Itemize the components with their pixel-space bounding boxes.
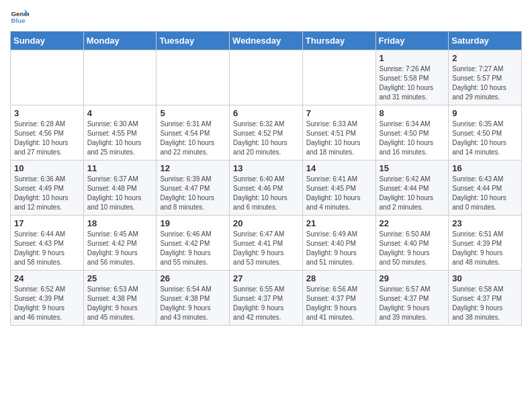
day-cell: 22Sunrise: 6:50 AM Sunset: 4:40 PM Dayli… <box>375 216 449 271</box>
day-info: Sunrise: 6:51 AM Sunset: 4:39 PM Dayligh… <box>452 230 518 267</box>
day-info: Sunrise: 6:36 AM Sunset: 4:49 PM Dayligh… <box>14 175 80 212</box>
day-cell <box>157 50 230 105</box>
day-number: 4 <box>87 108 153 118</box>
day-info: Sunrise: 6:47 AM Sunset: 4:41 PM Dayligh… <box>233 230 299 267</box>
day-number: 18 <box>87 218 153 228</box>
day-number: 5 <box>160 108 226 118</box>
day-info: Sunrise: 6:30 AM Sunset: 4:55 PM Dayligh… <box>87 120 153 157</box>
day-info: Sunrise: 7:27 AM Sunset: 5:57 PM Dayligh… <box>452 64 518 102</box>
day-number: 12 <box>160 163 226 173</box>
logo-icon: General Blue <box>10 7 29 26</box>
day-info: Sunrise: 6:57 AM Sunset: 4:37 PM Dayligh… <box>380 285 445 322</box>
day-cell: 19Sunrise: 6:46 AM Sunset: 4:42 PM Dayli… <box>157 216 230 271</box>
day-info: Sunrise: 6:49 AM Sunset: 4:40 PM Dayligh… <box>306 230 372 267</box>
week-row-1: 1Sunrise: 7:26 AM Sunset: 5:58 PM Daylig… <box>11 50 522 105</box>
day-cell: 26Sunrise: 6:54 AM Sunset: 4:38 PM Dayli… <box>157 271 230 326</box>
header-sunday: Sunday <box>11 32 84 50</box>
header-monday: Monday <box>83 32 157 50</box>
day-info: Sunrise: 6:55 AM Sunset: 4:37 PM Dayligh… <box>233 285 299 322</box>
day-cell: 14Sunrise: 6:41 AM Sunset: 4:45 PM Dayli… <box>302 161 375 216</box>
day-info: Sunrise: 7:26 AM Sunset: 5:58 PM Dayligh… <box>380 64 445 102</box>
day-cell <box>83 50 157 105</box>
day-cell: 10Sunrise: 6:36 AM Sunset: 4:49 PM Dayli… <box>11 161 84 216</box>
day-cell: 13Sunrise: 6:40 AM Sunset: 4:46 PM Dayli… <box>230 161 303 216</box>
day-cell: 17Sunrise: 6:44 AM Sunset: 4:43 PM Dayli… <box>11 216 84 271</box>
day-number: 16 <box>452 163 518 173</box>
day-cell: 11Sunrise: 6:37 AM Sunset: 4:48 PM Dayli… <box>83 161 157 216</box>
day-info: Sunrise: 6:41 AM Sunset: 4:45 PM Dayligh… <box>306 175 372 212</box>
day-number: 21 <box>306 218 372 228</box>
day-info: Sunrise: 6:50 AM Sunset: 4:40 PM Dayligh… <box>380 230 445 267</box>
day-cell: 15Sunrise: 6:42 AM Sunset: 4:44 PM Dayli… <box>375 161 449 216</box>
day-cell: 28Sunrise: 6:56 AM Sunset: 4:37 PM Dayli… <box>302 271 375 326</box>
day-cell: 8Sunrise: 6:34 AM Sunset: 4:50 PM Daylig… <box>375 105 449 161</box>
day-cell: 5Sunrise: 6:31 AM Sunset: 4:54 PM Daylig… <box>157 105 230 161</box>
day-info: Sunrise: 6:53 AM Sunset: 4:38 PM Dayligh… <box>87 285 153 322</box>
day-info: Sunrise: 6:28 AM Sunset: 4:56 PM Dayligh… <box>14 120 80 157</box>
day-number: 15 <box>380 163 445 173</box>
svg-text:Blue: Blue <box>11 17 26 24</box>
day-number: 3 <box>14 108 80 118</box>
day-cell: 1Sunrise: 7:26 AM Sunset: 5:58 PM Daylig… <box>375 50 449 105</box>
day-number: 25 <box>87 273 153 283</box>
header: General Blue <box>10 7 522 26</box>
header-friday: Friday <box>375 32 449 50</box>
day-info: Sunrise: 6:52 AM Sunset: 4:39 PM Dayligh… <box>14 285 80 322</box>
day-cell: 9Sunrise: 6:35 AM Sunset: 4:50 PM Daylig… <box>449 105 522 161</box>
day-number: 7 <box>306 108 372 118</box>
day-cell <box>230 50 303 105</box>
day-number: 9 <box>452 108 518 118</box>
header-wednesday: Wednesday <box>230 32 303 50</box>
day-cell: 12Sunrise: 6:39 AM Sunset: 4:47 PM Dayli… <box>157 161 230 216</box>
calendar-table: SundayMondayTuesdayWednesdayThursdayFrid… <box>10 31 522 326</box>
week-row-3: 10Sunrise: 6:36 AM Sunset: 4:49 PM Dayli… <box>11 161 522 216</box>
day-cell: 25Sunrise: 6:53 AM Sunset: 4:38 PM Dayli… <box>83 271 157 326</box>
day-info: Sunrise: 6:32 AM Sunset: 4:52 PM Dayligh… <box>233 120 299 157</box>
day-cell: 21Sunrise: 6:49 AM Sunset: 4:40 PM Dayli… <box>302 216 375 271</box>
day-number: 29 <box>380 273 445 283</box>
week-row-5: 24Sunrise: 6:52 AM Sunset: 4:39 PM Dayli… <box>11 271 522 326</box>
day-info: Sunrise: 6:46 AM Sunset: 4:42 PM Dayligh… <box>160 230 226 267</box>
day-number: 11 <box>87 163 153 173</box>
day-cell: 29Sunrise: 6:57 AM Sunset: 4:37 PM Dayli… <box>375 271 449 326</box>
day-number: 14 <box>306 163 372 173</box>
day-info: Sunrise: 6:58 AM Sunset: 4:37 PM Dayligh… <box>452 285 518 322</box>
day-number: 20 <box>233 218 299 228</box>
day-info: Sunrise: 6:45 AM Sunset: 4:42 PM Dayligh… <box>87 230 153 267</box>
day-number: 2 <box>452 53 518 63</box>
day-cell <box>302 50 375 105</box>
day-info: Sunrise: 6:40 AM Sunset: 4:46 PM Dayligh… <box>233 175 299 212</box>
week-row-2: 3Sunrise: 6:28 AM Sunset: 4:56 PM Daylig… <box>11 105 522 161</box>
day-cell: 6Sunrise: 6:32 AM Sunset: 4:52 PM Daylig… <box>230 105 303 161</box>
day-cell: 27Sunrise: 6:55 AM Sunset: 4:37 PM Dayli… <box>230 271 303 326</box>
day-info: Sunrise: 6:35 AM Sunset: 4:50 PM Dayligh… <box>452 120 518 157</box>
day-number: 24 <box>14 273 80 283</box>
header-tuesday: Tuesday <box>157 32 230 50</box>
day-info: Sunrise: 6:43 AM Sunset: 4:44 PM Dayligh… <box>452 175 518 212</box>
day-cell: 20Sunrise: 6:47 AM Sunset: 4:41 PM Dayli… <box>230 216 303 271</box>
day-cell: 18Sunrise: 6:45 AM Sunset: 4:42 PM Dayli… <box>83 216 157 271</box>
calendar-header-row: SundayMondayTuesdayWednesdayThursdayFrid… <box>11 32 522 50</box>
day-cell: 16Sunrise: 6:43 AM Sunset: 4:44 PM Dayli… <box>449 161 522 216</box>
day-number: 26 <box>160 273 226 283</box>
day-info: Sunrise: 6:54 AM Sunset: 4:38 PM Dayligh… <box>160 285 226 322</box>
day-info: Sunrise: 6:39 AM Sunset: 4:47 PM Dayligh… <box>160 175 226 212</box>
day-info: Sunrise: 6:34 AM Sunset: 4:50 PM Dayligh… <box>380 120 445 157</box>
day-cell: 24Sunrise: 6:52 AM Sunset: 4:39 PM Dayli… <box>11 271 84 326</box>
week-row-4: 17Sunrise: 6:44 AM Sunset: 4:43 PM Dayli… <box>11 216 522 271</box>
day-info: Sunrise: 6:44 AM Sunset: 4:43 PM Dayligh… <box>14 230 80 267</box>
day-number: 10 <box>14 163 80 173</box>
day-number: 8 <box>380 108 445 118</box>
day-number: 28 <box>306 273 372 283</box>
day-info: Sunrise: 6:31 AM Sunset: 4:54 PM Dayligh… <box>160 120 226 157</box>
day-number: 27 <box>233 273 299 283</box>
day-cell: 30Sunrise: 6:58 AM Sunset: 4:37 PM Dayli… <box>449 271 522 326</box>
day-cell: 4Sunrise: 6:30 AM Sunset: 4:55 PM Daylig… <box>83 105 157 161</box>
day-info: Sunrise: 6:37 AM Sunset: 4:48 PM Dayligh… <box>87 175 153 212</box>
day-cell <box>11 50 84 105</box>
day-cell: 7Sunrise: 6:33 AM Sunset: 4:51 PM Daylig… <box>302 105 375 161</box>
day-number: 17 <box>14 218 80 228</box>
day-number: 6 <box>233 108 299 118</box>
day-info: Sunrise: 6:42 AM Sunset: 4:44 PM Dayligh… <box>380 175 445 212</box>
day-number: 23 <box>452 218 518 228</box>
